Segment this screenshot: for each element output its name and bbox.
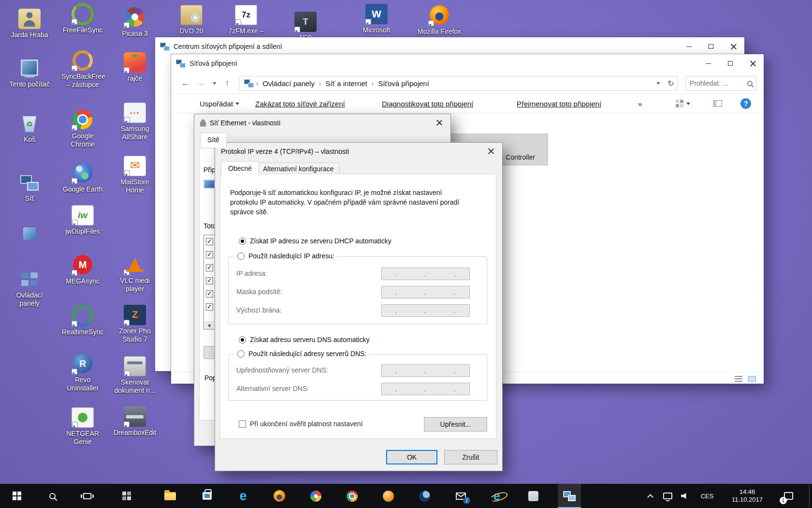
- show-desktop-button[interactable]: [809, 484, 812, 508]
- taskbar-blue-app[interactable]: [413, 484, 436, 508]
- forward-button[interactable]: [193, 76, 207, 90]
- desktop-icon-samsung-allshare[interactable]: Samsung AllShare: [110, 103, 160, 141]
- desktop-icon-realtimesync[interactable]: RealtimeSync: [58, 306, 108, 336]
- checked-checkbox-icon[interactable]: [206, 290, 213, 298]
- radio-dhcp[interactable]: [239, 238, 246, 245]
- desktop-icon-syncbackfree[interactable]: SyncBackFree – zástupce: [58, 50, 108, 89]
- thumbnail-view-button[interactable]: [746, 374, 758, 383]
- checked-checkbox-icon[interactable]: [206, 264, 213, 271]
- desktop-icon-shortcut[interactable]: [4, 224, 55, 250]
- breadcrumb-control-panel[interactable]: Ovládací panely: [261, 79, 316, 88]
- taskbar-firefox[interactable]: [268, 484, 291, 508]
- desktop-icon-google-earth[interactable]: Google Earth: [58, 163, 108, 194]
- desktop-icon-zoner[interactable]: Zoner Pho Studio 7: [110, 305, 160, 344]
- checked-checkbox-icon[interactable]: [206, 277, 213, 284]
- action-center-button[interactable]: 1: [777, 484, 799, 508]
- display-tray-icon[interactable]: [660, 484, 675, 508]
- maximize-button[interactable]: [700, 37, 722, 56]
- back-button[interactable]: [179, 76, 192, 90]
- desktop-icon-label: DVD 20: [170, 27, 213, 35]
- preview-pane-button[interactable]: [713, 94, 722, 113]
- disable-device-button[interactable]: Zakázat toto síťové zařízení: [255, 94, 345, 113]
- taskbar-app-grid[interactable]: [115, 484, 138, 508]
- desktop-icon-rajce[interactable]: rajče: [110, 52, 160, 83]
- task-view-button[interactable]: [75, 484, 99, 508]
- minimize-button[interactable]: [697, 54, 719, 73]
- ipv4-dialog-titlebar[interactable]: Protokol IP verze 4 (TCP/IPv4) – vlastno…: [215, 143, 502, 160]
- more-commands-button[interactable]: »: [638, 94, 642, 113]
- taskbar-paint[interactable]: [304, 484, 327, 508]
- details-view-button[interactable]: [733, 374, 744, 383]
- scroll-left-icon[interactable]: [204, 322, 212, 329]
- close-button[interactable]: [741, 54, 764, 73]
- radio-dns-manual[interactable]: [237, 350, 245, 358]
- show-hidden-icons-button[interactable]: [644, 484, 656, 508]
- tab-general[interactable]: Obecné: [221, 161, 259, 176]
- desktop-icon-netgear-genie[interactable]: NETGEAR Genie: [58, 407, 108, 446]
- change-view-button[interactable]: [676, 94, 690, 113]
- search-box[interactable]: Prohledat: ...: [685, 76, 757, 90]
- address-dropdown-button[interactable]: [652, 76, 665, 90]
- taskbar-network-connections[interactable]: [558, 484, 581, 508]
- desktop-icon-sit[interactable]: Síť: [4, 172, 55, 203]
- start-button[interactable]: [5, 484, 29, 508]
- taskbar-search-button[interactable]: [41, 484, 64, 508]
- ethernet-dialog-titlebar[interactable]: Síť Ethernet - vlastnosti: [194, 114, 450, 132]
- desktop-icon-microsoft-word[interactable]: Microsoft: [351, 4, 402, 34]
- sharing-center-titlebar[interactable]: Centrum síťových připojení a sdílení: [155, 37, 744, 56]
- checked-checkbox-icon[interactable]: [206, 238, 213, 245]
- desktop-icon-dreamboxedit[interactable]: DreamboxEdit: [110, 406, 160, 437]
- refresh-button[interactable]: [665, 76, 677, 90]
- breadcrumb-network-internet[interactable]: Síť a internet: [324, 79, 369, 88]
- recent-locations-button[interactable]: [208, 76, 221, 90]
- radio-static-ip[interactable]: [237, 253, 245, 260]
- minimize-button[interactable]: [678, 37, 700, 56]
- close-button[interactable]: [481, 144, 500, 158]
- taskbar-orange-app[interactable]: [377, 484, 400, 508]
- desktop-icon-firefox[interactable]: Mozilla Firefox: [414, 5, 464, 36]
- ok-button[interactable]: OK: [386, 450, 437, 464]
- close-button[interactable]: [429, 116, 449, 130]
- close-button[interactable]: [722, 37, 744, 56]
- desktop-icon-google-chrome[interactable]: Google Chrome: [58, 109, 108, 149]
- desktop-icon-dvd[interactable]: DVD 20: [166, 5, 217, 35]
- taskbar-store[interactable]: [195, 484, 218, 508]
- taskbar-mail[interactable]: 2: [449, 484, 472, 508]
- desktop-icon-jarda-hraba[interactable]: Jarda Hraba: [4, 9, 55, 39]
- tab-networking[interactable]: Sítě: [200, 133, 227, 148]
- desktop-icon-revo-uninstaller[interactable]: Revo Uninstaller: [58, 353, 108, 392]
- desktop-icon-jwduplfiles[interactable]: jwDuplFiles: [58, 205, 108, 236]
- advanced-button[interactable]: Upřesnit...: [424, 417, 487, 432]
- radio-dns-auto[interactable]: [239, 336, 246, 344]
- desktop-icon-ovladaci-panely[interactable]: Ovládací panely: [4, 269, 55, 308]
- help-button[interactable]: ?: [740, 94, 751, 113]
- network-connections-titlebar[interactable]: Síťová připojení: [171, 54, 764, 73]
- volume-tray-icon[interactable]: [677, 484, 693, 508]
- taskbar-internet-explorer[interactable]: [485, 484, 508, 508]
- desktop-icon-picasa[interactable]: Picasa 3: [110, 7, 160, 38]
- desktop-icon-tento-pocitac[interactable]: Tento počítač: [4, 58, 55, 89]
- breadcrumb-network-connections[interactable]: Síťová připojení: [377, 79, 431, 88]
- taskbar-chrome[interactable]: [340, 484, 363, 508]
- desktop-icon-freefilesync[interactable]: FreeFileSync: [58, 4, 108, 34]
- taskbar-gray-app[interactable]: [522, 484, 545, 508]
- desktop-icon-megasync[interactable]: MEGAsync: [58, 254, 108, 285]
- desktop-icon-skenovat[interactable]: Skenovat dokument n...: [110, 356, 160, 395]
- maximize-button[interactable]: [719, 54, 741, 73]
- desktop-icon-kos[interactable]: Koš: [4, 113, 55, 144]
- desktop-icon-vlc[interactable]: VLC medi player: [110, 254, 160, 293]
- rename-connection-button[interactable]: Přejmenovat toto připojení: [517, 94, 601, 113]
- taskbar-file-explorer[interactable]: [159, 484, 182, 508]
- up-button[interactable]: [220, 76, 234, 90]
- organize-button[interactable]: Uspořádat: [200, 94, 239, 113]
- desktop-icon-7zfm[interactable]: 7zFM.exe –: [221, 5, 271, 35]
- checked-checkbox-icon[interactable]: [206, 251, 213, 258]
- desktop-icon-mailstore-home[interactable]: MailStore Home: [110, 156, 160, 194]
- clock[interactable]: 14:46 11.10.2017: [720, 484, 774, 508]
- diagnose-connection-button[interactable]: Diagnostikovat toto připojení: [382, 94, 473, 113]
- address-bar[interactable]: › Ovládací panely › Síť a internet › Síť…: [239, 76, 678, 90]
- taskbar-edge[interactable]: [232, 484, 255, 508]
- cancel-button[interactable]: Zrušit: [444, 450, 497, 464]
- checked-checkbox-icon[interactable]: [206, 303, 213, 311]
- language-indicator[interactable]: CES: [696, 484, 718, 508]
